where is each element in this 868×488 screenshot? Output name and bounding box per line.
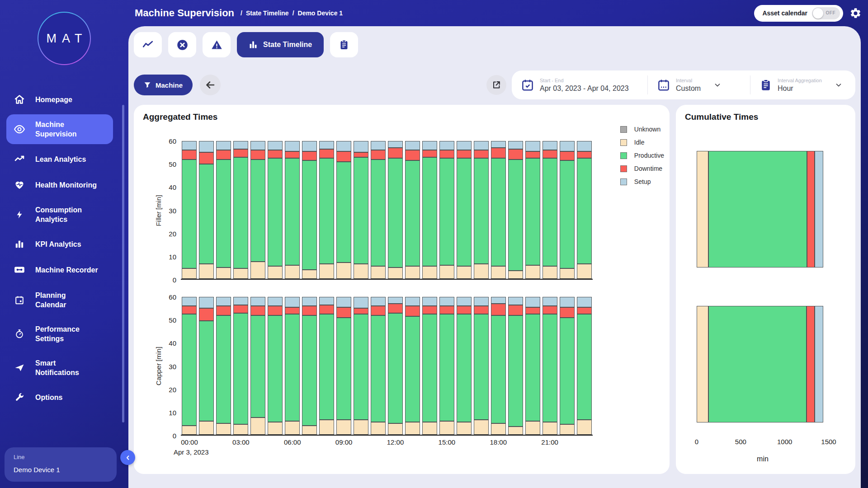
sidebar-item-consumption-analytics[interactable]: Consumption Analytics [0, 200, 128, 230]
state-bar-11:00[interactable] [371, 297, 386, 435]
idle-segment [525, 421, 540, 435]
legend-swatch [620, 165, 627, 172]
device-card[interactable]: Line Demo Device 1 [5, 447, 117, 482]
interval-select[interactable]: Interval Custom [648, 78, 750, 93]
state-bar-00:00[interactable] [182, 297, 197, 435]
state-bar-21:00[interactable] [542, 297, 557, 435]
state-bar-08:00[interactable] [319, 141, 334, 279]
state-bar-16:00[interactable] [457, 297, 472, 435]
state-bar-06:00[interactable] [285, 297, 300, 435]
state-bar-05:00[interactable] [268, 141, 283, 279]
state-bar-08:00[interactable] [319, 297, 334, 435]
productive-segment [354, 314, 368, 420]
state-bar-16:00[interactable] [457, 141, 472, 279]
sidebar-item-health-monitoring[interactable]: Health Monitoring [0, 174, 128, 196]
state-bar-23:00[interactable] [577, 297, 592, 435]
state-bar-03:00[interactable] [233, 141, 248, 279]
legend-swatch [620, 126, 627, 133]
state-bar-19:00[interactable] [508, 141, 523, 279]
asset-calendar-label: Asset calendar [762, 9, 807, 17]
state-bar-10:00[interactable] [354, 141, 368, 279]
productive-segment [268, 158, 283, 266]
state-bar-13:00[interactable] [405, 141, 420, 279]
state-bar-11:00[interactable] [371, 141, 386, 279]
state-bar-02:00[interactable] [216, 141, 231, 279]
state-bar-14:00[interactable] [422, 297, 437, 435]
sidebar-item-kpi-analytics[interactable]: KPI Analytics [0, 234, 128, 254]
logo-circle: MAT [38, 13, 90, 64]
asset-calendar-toggle-pill[interactable]: Asset calendar OFF [754, 5, 843, 22]
legend-item-unknown[interactable]: Unknown [620, 126, 664, 133]
sidebar-scrollbar[interactable] [122, 105, 124, 422]
state-bar-12:00[interactable] [388, 141, 403, 279]
state-bar-20:00[interactable] [525, 297, 540, 435]
state-bar-03:00[interactable] [233, 297, 248, 435]
state-bar-22:00[interactable] [560, 297, 575, 435]
state-bar-20:00[interactable] [525, 141, 540, 279]
tab-trend-view[interactable] [134, 32, 162, 57]
state-bar-01:00[interactable] [199, 297, 214, 435]
x-tick-label: 03:00 [232, 438, 250, 446]
legend-item-idle[interactable]: Idle [620, 139, 664, 146]
gear-icon[interactable] [849, 7, 862, 19]
downtime-segment [182, 150, 197, 159]
productive-segment [474, 314, 489, 420]
legend-item-productive[interactable]: Productive [620, 152, 664, 159]
asset-calendar-switch[interactable]: OFF [812, 7, 840, 19]
state-bar-09:00[interactable] [336, 141, 351, 279]
legend-item-downtime[interactable]: Downtime [620, 165, 664, 172]
export-button[interactable] [486, 75, 506, 95]
state-bar-17:00[interactable] [474, 297, 489, 435]
state-bar-07:00[interactable] [302, 297, 317, 435]
state-bar-07:00[interactable] [302, 141, 317, 279]
sidebar-item-machine-recorder[interactable]: Machine Recorder [0, 258, 128, 281]
tab-state-timeline[interactable]: State Timeline [237, 32, 324, 57]
state-bar-10:00[interactable] [354, 297, 368, 435]
state-bar-18:00[interactable] [491, 141, 506, 279]
x-tick-label: 18:00 [490, 438, 507, 446]
state-bar-14:00[interactable] [422, 141, 437, 279]
state-bar-21:00[interactable] [542, 141, 557, 279]
state-bar-19:00[interactable] [508, 297, 523, 435]
state-bar-12:00[interactable] [388, 297, 403, 435]
downtime-segment [474, 150, 489, 158]
state-bar-22:00[interactable] [560, 141, 575, 279]
sidebar-item-options[interactable]: Options [0, 387, 128, 408]
breadcrumb-state-timeline[interactable]: State Timeline [246, 9, 289, 17]
sidebar-item-smart-notifications[interactable]: Smart Notifications [0, 353, 128, 383]
state-bar-15:00[interactable] [439, 297, 454, 435]
start-end-picker[interactable]: Start - End Apr 03, 2023 - Apr 04, 2023 [512, 78, 647, 93]
state-bar-02:00[interactable] [216, 297, 231, 435]
sidebar-item-machine-supervision[interactable]: Machine Supervision [6, 114, 113, 144]
sidebar-item-performance-settings[interactable]: Performance Settings [0, 319, 128, 349]
back-button[interactable] [200, 75, 221, 95]
sidebar-item-homepage[interactable]: Homepage [0, 89, 128, 110]
state-bar-04:00[interactable] [250, 297, 265, 435]
charts-area: Aggregated Times Filler [min] 0102030405… [134, 105, 855, 474]
state-bar-04:00[interactable] [250, 141, 265, 279]
tab-warning-view[interactable] [203, 32, 231, 57]
state-bar-05:00[interactable] [268, 297, 283, 435]
sidebar-item-lean-analytics[interactable]: Lean Analytics [0, 148, 128, 170]
x-tick-label: 12:00 [387, 438, 404, 446]
x-circle-icon [176, 39, 189, 51]
legend-swatch [620, 139, 627, 146]
state-bar-23:00[interactable] [577, 141, 592, 279]
legend-item-setup[interactable]: Setup [620, 178, 664, 185]
state-bar-01:00[interactable] [199, 141, 214, 279]
tab-report-view[interactable] [330, 32, 358, 57]
state-bar-17:00[interactable] [474, 141, 489, 279]
sidebar-item-planning-calendar[interactable]: Planning Calendar [0, 285, 128, 315]
filler-y-axis: Filler [min] 0102030405060 [143, 141, 181, 280]
state-bar-06:00[interactable] [285, 141, 300, 279]
state-bar-15:00[interactable] [439, 141, 454, 279]
state-bar-00:00[interactable] [182, 141, 197, 279]
machine-filter-button[interactable]: Machine [134, 75, 193, 95]
sidebar-collapse-button[interactable] [120, 450, 135, 465]
breadcrumb-device[interactable]: Demo Device 1 [298, 9, 343, 17]
tab-error-view[interactable] [168, 32, 196, 57]
interval-aggregation-select[interactable]: Interval Aggregation Hour [750, 78, 855, 93]
state-bar-18:00[interactable] [491, 297, 506, 435]
state-bar-13:00[interactable] [405, 297, 420, 435]
state-bar-09:00[interactable] [336, 297, 351, 435]
